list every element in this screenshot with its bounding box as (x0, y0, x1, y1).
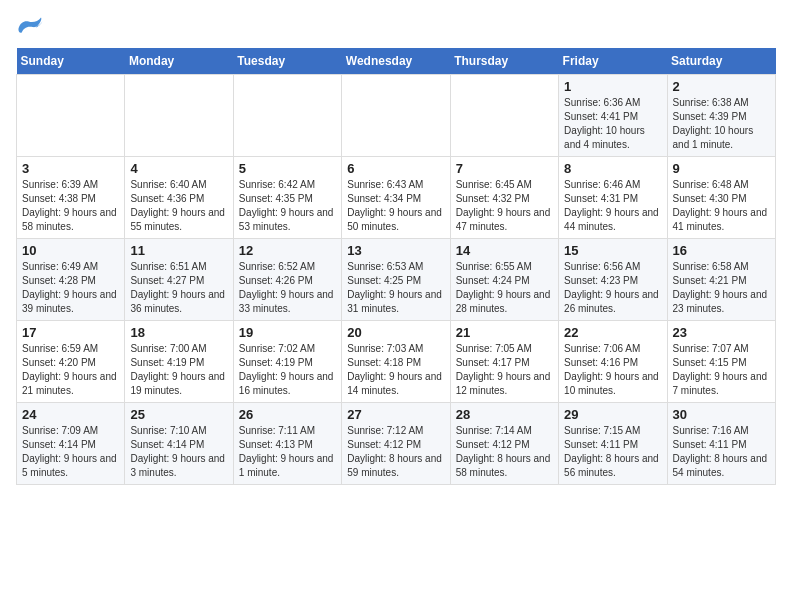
calendar-week-row: 3Sunrise: 6:39 AM Sunset: 4:38 PM Daylig… (17, 157, 776, 239)
day-info: Sunrise: 6:56 AM Sunset: 4:23 PM Dayligh… (564, 260, 661, 316)
day-info: Sunrise: 6:58 AM Sunset: 4:21 PM Dayligh… (673, 260, 770, 316)
day-number: 29 (564, 407, 661, 422)
calendar-cell: 13Sunrise: 6:53 AM Sunset: 4:25 PM Dayli… (342, 239, 450, 321)
day-info: Sunrise: 7:12 AM Sunset: 4:12 PM Dayligh… (347, 424, 444, 480)
calendar-cell: 21Sunrise: 7:05 AM Sunset: 4:17 PM Dayli… (450, 321, 558, 403)
calendar-header-wednesday: Wednesday (342, 48, 450, 75)
calendar-header-thursday: Thursday (450, 48, 558, 75)
day-number: 26 (239, 407, 336, 422)
calendar-header-friday: Friday (559, 48, 667, 75)
calendar-cell: 1Sunrise: 6:36 AM Sunset: 4:41 PM Daylig… (559, 75, 667, 157)
calendar-cell: 19Sunrise: 7:02 AM Sunset: 4:19 PM Dayli… (233, 321, 341, 403)
calendar-cell: 3Sunrise: 6:39 AM Sunset: 4:38 PM Daylig… (17, 157, 125, 239)
day-number: 1 (564, 79, 661, 94)
calendar-cell (342, 75, 450, 157)
day-info: Sunrise: 6:40 AM Sunset: 4:36 PM Dayligh… (130, 178, 227, 234)
day-info: Sunrise: 6:59 AM Sunset: 4:20 PM Dayligh… (22, 342, 119, 398)
calendar-cell: 2Sunrise: 6:38 AM Sunset: 4:39 PM Daylig… (667, 75, 775, 157)
calendar-cell: 14Sunrise: 6:55 AM Sunset: 4:24 PM Dayli… (450, 239, 558, 321)
day-number: 4 (130, 161, 227, 176)
calendar-week-row: 17Sunrise: 6:59 AM Sunset: 4:20 PM Dayli… (17, 321, 776, 403)
day-number: 7 (456, 161, 553, 176)
day-number: 20 (347, 325, 444, 340)
day-info: Sunrise: 6:38 AM Sunset: 4:39 PM Dayligh… (673, 96, 770, 152)
day-info: Sunrise: 7:07 AM Sunset: 4:15 PM Dayligh… (673, 342, 770, 398)
calendar-cell: 30Sunrise: 7:16 AM Sunset: 4:11 PM Dayli… (667, 403, 775, 485)
calendar-cell: 25Sunrise: 7:10 AM Sunset: 4:14 PM Dayli… (125, 403, 233, 485)
day-info: Sunrise: 6:39 AM Sunset: 4:38 PM Dayligh… (22, 178, 119, 234)
day-info: Sunrise: 7:03 AM Sunset: 4:18 PM Dayligh… (347, 342, 444, 398)
calendar-cell: 27Sunrise: 7:12 AM Sunset: 4:12 PM Dayli… (342, 403, 450, 485)
calendar-cell: 28Sunrise: 7:14 AM Sunset: 4:12 PM Dayli… (450, 403, 558, 485)
day-number: 22 (564, 325, 661, 340)
day-info: Sunrise: 6:46 AM Sunset: 4:31 PM Dayligh… (564, 178, 661, 234)
day-info: Sunrise: 6:48 AM Sunset: 4:30 PM Dayligh… (673, 178, 770, 234)
calendar-cell (233, 75, 341, 157)
logo-bird-icon (16, 16, 44, 38)
day-info: Sunrise: 7:02 AM Sunset: 4:19 PM Dayligh… (239, 342, 336, 398)
calendar-cell: 29Sunrise: 7:15 AM Sunset: 4:11 PM Dayli… (559, 403, 667, 485)
day-info: Sunrise: 7:16 AM Sunset: 4:11 PM Dayligh… (673, 424, 770, 480)
calendar-week-row: 10Sunrise: 6:49 AM Sunset: 4:28 PM Dayli… (17, 239, 776, 321)
calendar-cell: 18Sunrise: 7:00 AM Sunset: 4:19 PM Dayli… (125, 321, 233, 403)
day-number: 10 (22, 243, 119, 258)
calendar-cell: 17Sunrise: 6:59 AM Sunset: 4:20 PM Dayli… (17, 321, 125, 403)
day-info: Sunrise: 6:53 AM Sunset: 4:25 PM Dayligh… (347, 260, 444, 316)
day-number: 9 (673, 161, 770, 176)
day-info: Sunrise: 6:51 AM Sunset: 4:27 PM Dayligh… (130, 260, 227, 316)
calendar-cell: 10Sunrise: 6:49 AM Sunset: 4:28 PM Dayli… (17, 239, 125, 321)
calendar-cell: 22Sunrise: 7:06 AM Sunset: 4:16 PM Dayli… (559, 321, 667, 403)
calendar-cell: 15Sunrise: 6:56 AM Sunset: 4:23 PM Dayli… (559, 239, 667, 321)
day-info: Sunrise: 6:55 AM Sunset: 4:24 PM Dayligh… (456, 260, 553, 316)
day-number: 19 (239, 325, 336, 340)
calendar-cell: 12Sunrise: 6:52 AM Sunset: 4:26 PM Dayli… (233, 239, 341, 321)
day-number: 21 (456, 325, 553, 340)
day-info: Sunrise: 7:14 AM Sunset: 4:12 PM Dayligh… (456, 424, 553, 480)
calendar-cell: 5Sunrise: 6:42 AM Sunset: 4:35 PM Daylig… (233, 157, 341, 239)
calendar-cell (125, 75, 233, 157)
day-info: Sunrise: 6:45 AM Sunset: 4:32 PM Dayligh… (456, 178, 553, 234)
calendar-cell: 7Sunrise: 6:45 AM Sunset: 4:32 PM Daylig… (450, 157, 558, 239)
calendar-week-row: 1Sunrise: 6:36 AM Sunset: 4:41 PM Daylig… (17, 75, 776, 157)
calendar-cell: 23Sunrise: 7:07 AM Sunset: 4:15 PM Dayli… (667, 321, 775, 403)
calendar-header-saturday: Saturday (667, 48, 775, 75)
day-info: Sunrise: 7:06 AM Sunset: 4:16 PM Dayligh… (564, 342, 661, 398)
day-info: Sunrise: 7:11 AM Sunset: 4:13 PM Dayligh… (239, 424, 336, 480)
calendar-cell: 9Sunrise: 6:48 AM Sunset: 4:30 PM Daylig… (667, 157, 775, 239)
calendar-cell: 20Sunrise: 7:03 AM Sunset: 4:18 PM Dayli… (342, 321, 450, 403)
calendar-cell: 26Sunrise: 7:11 AM Sunset: 4:13 PM Dayli… (233, 403, 341, 485)
calendar-cell (17, 75, 125, 157)
day-info: Sunrise: 6:36 AM Sunset: 4:41 PM Dayligh… (564, 96, 661, 152)
day-info: Sunrise: 6:42 AM Sunset: 4:35 PM Dayligh… (239, 178, 336, 234)
day-number: 30 (673, 407, 770, 422)
day-number: 18 (130, 325, 227, 340)
calendar-cell: 4Sunrise: 6:40 AM Sunset: 4:36 PM Daylig… (125, 157, 233, 239)
day-number: 2 (673, 79, 770, 94)
day-number: 16 (673, 243, 770, 258)
day-info: Sunrise: 7:10 AM Sunset: 4:14 PM Dayligh… (130, 424, 227, 480)
calendar-cell: 11Sunrise: 6:51 AM Sunset: 4:27 PM Dayli… (125, 239, 233, 321)
day-info: Sunrise: 6:49 AM Sunset: 4:28 PM Dayligh… (22, 260, 119, 316)
day-number: 13 (347, 243, 444, 258)
day-number: 3 (22, 161, 119, 176)
day-number: 25 (130, 407, 227, 422)
calendar-header-row: SundayMondayTuesdayWednesdayThursdayFrid… (17, 48, 776, 75)
calendar-table: SundayMondayTuesdayWednesdayThursdayFrid… (16, 48, 776, 485)
day-number: 5 (239, 161, 336, 176)
header (16, 16, 776, 38)
day-number: 14 (456, 243, 553, 258)
calendar-header-tuesday: Tuesday (233, 48, 341, 75)
day-number: 12 (239, 243, 336, 258)
calendar-cell (450, 75, 558, 157)
day-info: Sunrise: 6:52 AM Sunset: 4:26 PM Dayligh… (239, 260, 336, 316)
day-info: Sunrise: 7:05 AM Sunset: 4:17 PM Dayligh… (456, 342, 553, 398)
day-number: 6 (347, 161, 444, 176)
day-number: 24 (22, 407, 119, 422)
day-number: 17 (22, 325, 119, 340)
day-number: 8 (564, 161, 661, 176)
calendar-week-row: 24Sunrise: 7:09 AM Sunset: 4:14 PM Dayli… (17, 403, 776, 485)
day-info: Sunrise: 7:09 AM Sunset: 4:14 PM Dayligh… (22, 424, 119, 480)
day-number: 11 (130, 243, 227, 258)
logo (16, 16, 48, 38)
calendar-cell: 6Sunrise: 6:43 AM Sunset: 4:34 PM Daylig… (342, 157, 450, 239)
